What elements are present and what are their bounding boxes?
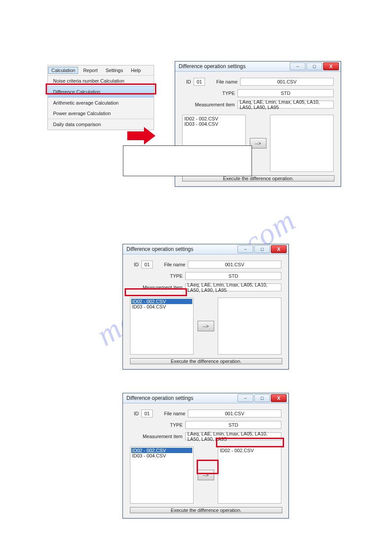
label-type: TYPE bbox=[182, 91, 237, 96]
maximize-button[interactable]: ◻ bbox=[254, 245, 270, 253]
menu-help[interactable]: Help bbox=[131, 68, 141, 73]
menu-report[interactable]: Report bbox=[83, 68, 97, 73]
label-measurement: Measurement item bbox=[182, 102, 237, 107]
list-item[interactable]: ID02 - 002.CSV bbox=[183, 116, 245, 121]
field-id[interactable]: 01 bbox=[194, 78, 205, 86]
move-right-button[interactable]: --> bbox=[198, 321, 214, 331]
label-id: ID bbox=[130, 411, 141, 416]
field-id[interactable]: 01 bbox=[141, 410, 153, 417]
dialog-diff-settings-3: Difference operation settings – ◻ X ID 0… bbox=[122, 393, 289, 519]
close-button[interactable]: X bbox=[271, 245, 287, 253]
annotation-white-overlay bbox=[123, 145, 252, 176]
listbox-source[interactable]: ID02 - 002.CSV ID03 - 004.CSV bbox=[130, 446, 194, 504]
list-item[interactable]: ID02 - 002.CSV bbox=[131, 299, 192, 304]
titlebar: Difference operation settings – ◻ X bbox=[123, 244, 288, 254]
label-type: TYPE bbox=[130, 422, 185, 428]
document-page: manualshive.com Calculation Report Setti… bbox=[0, 0, 392, 555]
titlebar: Difference operation settings – ◻ X bbox=[123, 393, 288, 403]
dialog-body: ID 01 File name 001.CSV TYPE STD Measure… bbox=[123, 254, 288, 370]
menu-item-arithmetic[interactable]: Arithmetic average Calculation bbox=[48, 98, 154, 108]
list-item[interactable]: ID02 - 002.CSV bbox=[131, 448, 192, 453]
menu-item-power[interactable]: Power average Calculation bbox=[48, 108, 154, 119]
listbox-target[interactable]: ID02 - 002.CSV bbox=[218, 446, 281, 504]
field-id[interactable]: 01 bbox=[141, 261, 153, 268]
listbox-source[interactable]: ID02 - 002.CSV ID03 - 004.CSV bbox=[130, 297, 194, 355]
maximize-button[interactable]: ◻ bbox=[254, 394, 270, 402]
label-filename: File name bbox=[158, 411, 188, 416]
label-id: ID bbox=[182, 79, 194, 84]
window-title: Difference operation settings bbox=[179, 63, 246, 69]
listbox-target[interactable] bbox=[270, 115, 334, 172]
dialog-diff-settings-2: Difference operation settings – ◻ X ID 0… bbox=[122, 244, 289, 370]
label-type: TYPE bbox=[130, 273, 185, 279]
list-item[interactable]: ID03 - 004.CSV bbox=[183, 121, 245, 127]
execute-button[interactable]: Execute the difference operation. bbox=[130, 507, 282, 513]
close-button[interactable]: X bbox=[323, 62, 339, 70]
label-filename: File name bbox=[158, 262, 188, 267]
execute-button[interactable]: Execute the difference operation. bbox=[182, 175, 334, 181]
close-button[interactable]: X bbox=[271, 394, 287, 402]
menu-bar: Calculation Report Settings Help Noise c… bbox=[47, 65, 154, 130]
list-item[interactable]: ID03 - 004.CSV bbox=[131, 453, 192, 458]
listbox-target[interactable] bbox=[218, 297, 281, 355]
field-measurement[interactable]: LAeq, LAE, Lmin, Lmax, LA05, LA10, LA50,… bbox=[185, 283, 281, 291]
maximize-button[interactable]: ◻ bbox=[306, 62, 322, 70]
menu-calculation[interactable]: Calculation bbox=[48, 67, 78, 74]
field-measurement[interactable]: LAeq, LAE, Lmin, Lmax, LA05, LA10, LA50,… bbox=[237, 101, 334, 109]
window-buttons: – ◻ X bbox=[290, 62, 339, 70]
minimize-button[interactable]: – bbox=[290, 62, 306, 70]
list-item[interactable]: ID02 - 002.CSV bbox=[219, 448, 280, 453]
label-measurement: Measurement item bbox=[130, 434, 185, 439]
field-filename[interactable]: 001.CSV bbox=[188, 410, 281, 417]
label-id: ID bbox=[130, 262, 141, 267]
window-buttons: – ◻ X bbox=[237, 394, 287, 402]
menu-settings[interactable]: Settings bbox=[105, 68, 123, 73]
field-filename[interactable]: 001.CSV bbox=[240, 78, 334, 86]
menu-bar-row: Calculation Report Settings Help bbox=[48, 65, 154, 76]
annotation-highlight-menu bbox=[46, 83, 156, 94]
field-type[interactable]: STD bbox=[185, 272, 281, 280]
menu-dropdown: Calculation Report Settings Help Noise c… bbox=[47, 65, 154, 130]
label-filename: File name bbox=[210, 79, 240, 84]
annotation-highlight-arrow-btn bbox=[197, 460, 219, 474]
move-right-button[interactable]: --> bbox=[250, 138, 266, 149]
field-filename[interactable]: 001.CSV bbox=[188, 261, 281, 268]
window-buttons: – ◻ X bbox=[237, 245, 287, 253]
annotation-highlight-target-item bbox=[216, 438, 284, 447]
window-title: Difference operation settings bbox=[126, 246, 194, 252]
minimize-button[interactable]: – bbox=[237, 245, 253, 253]
execute-button[interactable]: Execute the difference operation. bbox=[130, 358, 282, 364]
window-title: Difference operation settings bbox=[126, 395, 194, 401]
menu-item-daily[interactable]: Daily data comparison bbox=[48, 119, 154, 130]
minimize-button[interactable]: – bbox=[237, 394, 253, 402]
annotation-highlight-source-item bbox=[125, 288, 187, 296]
field-type[interactable]: STD bbox=[237, 89, 334, 97]
list-item[interactable]: ID03 - 004.CSV bbox=[131, 304, 192, 309]
titlebar: Difference operation settings – ◻ X bbox=[175, 62, 341, 72]
field-type[interactable]: STD bbox=[185, 421, 281, 429]
